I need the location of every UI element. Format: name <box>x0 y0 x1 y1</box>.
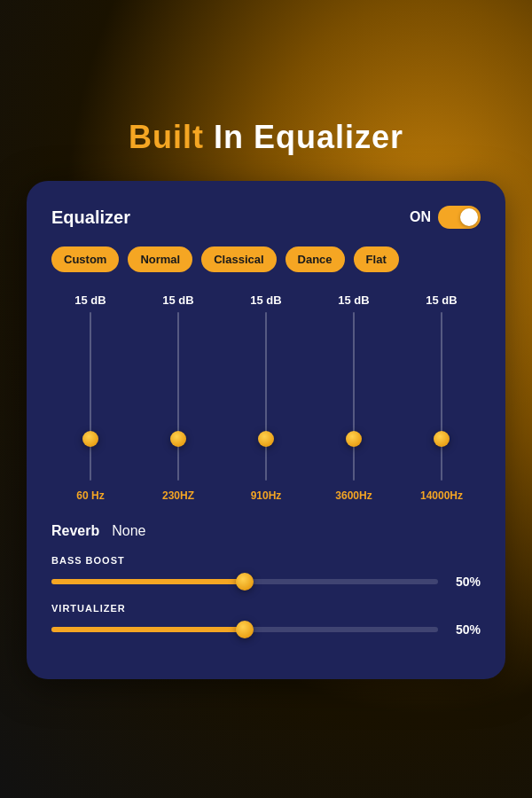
hz-label-1: 230HZ <box>162 489 194 502</box>
bass-boost-track-fill <box>51 579 245 584</box>
v-thumb-4[interactable] <box>434 431 450 447</box>
equalizer-card: Equalizer ON Custom Normal Classical Dan… <box>27 181 505 679</box>
preset-custom[interactable]: Custom <box>51 246 119 272</box>
bass-boost-thumb[interactable] <box>236 573 254 591</box>
slider-230hz: 15 dB 230HZ <box>143 293 214 502</box>
toggle-track[interactable] <box>438 206 481 229</box>
hz-label-3: 3600Hz <box>335 489 372 502</box>
hz-label-0: 60 Hz <box>76 489 104 502</box>
v-track-2 <box>265 312 267 481</box>
toggle-label: ON <box>410 209 431 225</box>
bass-boost-track[interactable] <box>51 579 438 584</box>
virtualizer-section: VIRTUALIZER 50% <box>51 603 481 637</box>
preset-classical[interactable]: Classical <box>201 246 276 272</box>
v-thumb-0[interactable] <box>82 431 98 447</box>
reverb-row: Reverb None <box>51 523 481 539</box>
v-track-1 <box>177 312 179 481</box>
bass-boost-section: BASS BOOST 50% <box>51 555 481 589</box>
card-header: Equalizer ON <box>51 206 481 229</box>
toggle-thumb <box>460 208 478 226</box>
slider-3600hz: 15 dB 3600Hz <box>318 293 389 502</box>
db-label-2: 15 dB <box>250 293 281 307</box>
page-wrapper: Built In Equalizer Equalizer ON Custom N… <box>0 0 532 798</box>
reverb-label: Reverb <box>51 523 99 539</box>
presets-row: Custom Normal Classical Dance Flat <box>51 246 481 272</box>
preset-dance[interactable]: Dance <box>286 246 345 272</box>
slider-14000hz: 15 dB 14000Hz <box>406 293 477 502</box>
page-title-rest: In Equalizer <box>204 119 403 155</box>
virtualizer-slider-row: 50% <box>51 622 481 637</box>
db-label-4: 15 dB <box>426 293 457 307</box>
db-label-3: 15 dB <box>338 293 369 307</box>
page-title-highlight: Built <box>129 119 204 155</box>
v-track-3 <box>353 312 355 481</box>
v-slider-container-0[interactable] <box>82 312 99 481</box>
virtualizer-label: VIRTUALIZER <box>51 603 481 614</box>
v-slider-container-4[interactable] <box>433 312 450 481</box>
bass-boost-label: BASS BOOST <box>51 555 481 566</box>
virtualizer-track[interactable] <box>51 627 438 632</box>
toggle-container[interactable]: ON <box>410 206 481 229</box>
preset-normal[interactable]: Normal <box>128 246 192 272</box>
hz-label-4: 14000Hz <box>420 489 463 502</box>
reverb-value: None <box>112 523 145 539</box>
v-slider-container-3[interactable] <box>345 312 363 481</box>
v-slider-container-1[interactable] <box>169 312 187 481</box>
v-thumb-3[interactable] <box>346 431 362 447</box>
db-label-0: 15 dB <box>74 293 106 307</box>
slider-910hz: 15 dB 910Hz <box>231 293 301 502</box>
v-track-0 <box>90 312 91 481</box>
preset-flat[interactable]: Flat <box>354 246 399 272</box>
virtualizer-thumb[interactable] <box>236 621 254 638</box>
bass-boost-slider-row: 50% <box>51 575 481 589</box>
page-title: Built In Equalizer <box>129 119 403 156</box>
equalizer-label: Equalizer <box>51 207 130 228</box>
slider-60hz: 15 dB 60 Hz <box>55 293 126 502</box>
hz-label-2: 910Hz <box>251 489 282 502</box>
virtualizer-value: 50% <box>449 622 481 637</box>
db-label-1: 15 dB <box>162 293 193 307</box>
virtualizer-track-fill <box>51 627 245 632</box>
v-slider-container-2[interactable] <box>257 312 275 481</box>
v-track-4 <box>441 312 442 481</box>
v-thumb-1[interactable] <box>170 431 186 447</box>
bass-boost-value: 50% <box>449 575 481 589</box>
vertical-sliders-row: 15 dB 60 Hz 15 dB 230HZ 15 dB <box>51 293 481 502</box>
v-thumb-2[interactable] <box>258 431 274 447</box>
